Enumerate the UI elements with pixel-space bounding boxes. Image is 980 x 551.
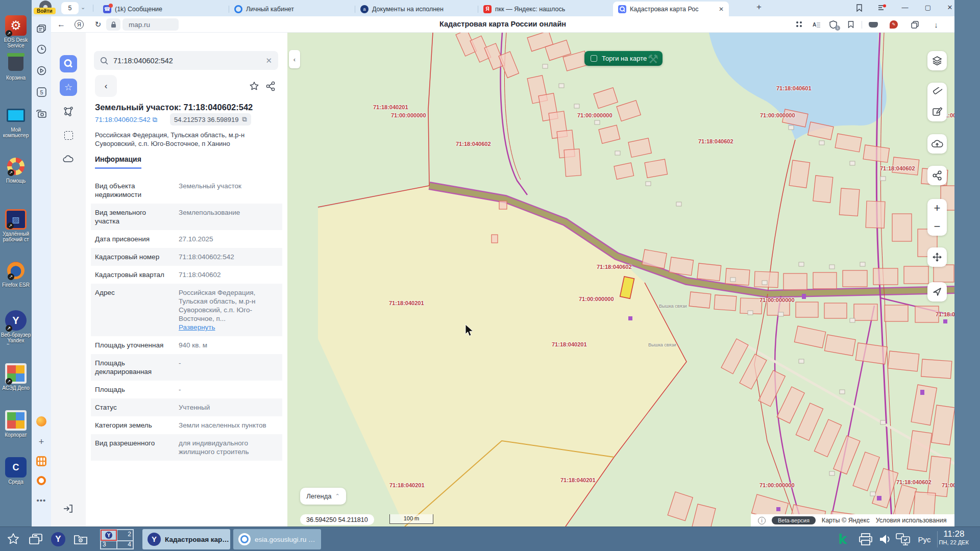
- taskbar-folder-eye-icon[interactable]: [72, 531, 89, 547]
- alice-pen-icon[interactable]: ✎: [887, 18, 900, 31]
- torgi-label: Торги на карте: [602, 55, 647, 62]
- desktop-icon-yandex-browser[interactable]: Y↗ Веб-браузер Yandex Browser: [0, 310, 32, 344]
- search-box[interactable]: ✕: [94, 51, 278, 70]
- table-row: Кадастровый квартал71:18:040602: [91, 266, 282, 284]
- copy-icon[interactable]: ⧉: [153, 116, 158, 123]
- tab-cadastral-map-active[interactable]: Кадастровая карта Рос ✕: [613, 2, 729, 16]
- tab-count-icon[interactable]: 5: [35, 86, 47, 98]
- protect-shield-icon[interactable]: 1: [827, 18, 839, 31]
- pkk-logo-icon[interactable]: [60, 55, 77, 72]
- torgi-toggle-button[interactable]: Торги на карте ⚒: [584, 51, 663, 66]
- search-input[interactable]: [113, 57, 256, 65]
- taskbar-star-icon[interactable]: [5, 531, 21, 547]
- taskbar-clock[interactable]: 11:28 ПН, 22 ДЕК: [939, 529, 969, 546]
- area-select-icon[interactable]: [60, 127, 77, 144]
- tray-devices-icon[interactable]: [894, 531, 913, 547]
- desktop-icon-korport[interactable]: Корпорат: [0, 410, 32, 438]
- tab-messages[interactable]: ☎ (1k) Сообщение: [98, 3, 229, 16]
- apps-grid-icon[interactable]: [35, 455, 47, 467]
- ruler-button[interactable]: [932, 83, 942, 102]
- desktop-icon-eos[interactable]: ⚙↗ EOS Desk Service: [0, 15, 32, 48]
- pan-mode-button[interactable]: [927, 247, 947, 267]
- tab-groups-icon[interactable]: [35, 22, 47, 35]
- add-service-icon[interactable]: +: [35, 436, 47, 448]
- history-icon[interactable]: [35, 43, 47, 55]
- cadastral-number-link[interactable]: 71:18:040602:542 ⧉: [95, 116, 157, 124]
- workspace-1-active[interactable]: Y: [101, 530, 117, 541]
- desktop-icon-sreda[interactable]: С Среда: [0, 457, 32, 485]
- tab-personal-account[interactable]: Личный кабинет: [229, 3, 355, 16]
- yandex-search-icon[interactable]: Я: [74, 18, 85, 31]
- zoom-out-button[interactable]: −: [934, 217, 941, 236]
- cloud-icon[interactable]: [60, 150, 77, 167]
- desktop-icon-remote-desktop[interactable]: ▨↗ Удалённый рабочий ст: [0, 209, 32, 242]
- refresh-icon[interactable]: ↻: [92, 18, 104, 31]
- layers-button[interactable]: [927, 51, 947, 70]
- back-icon[interactable]: ←: [55, 18, 67, 31]
- coordinates-chip[interactable]: 54.212573 36.598919⧉: [170, 113, 251, 126]
- reader-mode-icon[interactable]: A: [811, 18, 822, 31]
- zoom-in-button[interactable]: +: [934, 199, 941, 217]
- desktop-icon-ased[interactable]: ↗ АСЭД Дело: [0, 363, 32, 391]
- panel-back-button[interactable]: ‹: [95, 75, 117, 97]
- keyboard-layout-indicator[interactable]: Рус: [916, 531, 933, 547]
- desktop-icon-computer[interactable]: Мой компьютер: [0, 105, 32, 138]
- bookmark-icon[interactable]: [845, 18, 856, 31]
- taskbar-yandex-icon[interactable]: Y: [50, 531, 66, 547]
- copy-icon[interactable]: ⧉: [242, 115, 247, 123]
- clear-search-icon[interactable]: ✕: [265, 56, 272, 65]
- share-map-button[interactable]: [927, 166, 947, 185]
- share-icon[interactable]: [265, 81, 276, 91]
- workspace-2[interactable]: 2: [117, 530, 133, 541]
- collections-icon[interactable]: [794, 18, 805, 31]
- bookmark-flag-icon[interactable]: [852, 2, 866, 13]
- tray-printer-icon[interactable]: [857, 531, 874, 547]
- torgi-checkbox[interactable]: [591, 55, 597, 62]
- polygon-tool-icon[interactable]: [60, 103, 77, 120]
- screenshot-icon[interactable]: [35, 107, 47, 119]
- signin-badge[interactable]: Войти: [34, 8, 56, 14]
- tab-documents[interactable]: a Документы на исполнен: [355, 3, 478, 16]
- service-ring-icon[interactable]: [35, 474, 47, 487]
- tab-counter-chevron-icon[interactable]: ⌄: [81, 4, 85, 11]
- upload-button[interactable]: [927, 134, 947, 154]
- menu-button[interactable]: [875, 2, 889, 13]
- keyboard-panel-icon[interactable]: [867, 18, 880, 31]
- cadastral-map[interactable]: 71:18:040201 71:00:000000 71:18:040602 7…: [287, 33, 954, 527]
- tab-counter[interactable]: 5: [61, 2, 79, 14]
- tabs-panel-icon[interactable]: [909, 18, 921, 31]
- workspace-3[interactable]: 3: [101, 541, 117, 549]
- lock-icon[interactable]: [106, 18, 120, 31]
- games-icon[interactable]: [35, 415, 47, 428]
- taskbar-windows-icon[interactable]: [28, 531, 44, 547]
- tray-k-icon[interactable]: k: [835, 531, 850, 547]
- video-icon[interactable]: [35, 64, 47, 77]
- downloads-icon[interactable]: ↓: [930, 18, 942, 31]
- close-button[interactable]: ✕: [943, 2, 957, 13]
- maximize-button[interactable]: ▢: [921, 2, 935, 13]
- favorite-star-icon[interactable]: [249, 81, 259, 91]
- taskbar-window-esia[interactable]: esia.gosuslugi.ru …: [233, 529, 321, 549]
- desktop-icon-trash[interactable]: Корзина: [0, 53, 32, 81]
- address-bar[interactable]: map.ru: [122, 18, 179, 31]
- taskbar-window-cadastral[interactable]: Y Кадастровая кар…: [142, 529, 230, 549]
- minimize-button[interactable]: —: [898, 2, 912, 13]
- workspace-4[interactable]: 4: [117, 541, 133, 549]
- tab-information[interactable]: Информация: [95, 155, 141, 169]
- expand-address-link[interactable]: Развернуть: [179, 323, 215, 331]
- legend-button[interactable]: Легенда ⌃: [300, 488, 346, 505]
- tab-yandex-search[interactable]: Я пкк — Яндекс: нашлось: [478, 3, 613, 16]
- info-icon[interactable]: i: [758, 517, 766, 524]
- my-location-button[interactable]: [927, 282, 947, 302]
- more-icon[interactable]: •••: [35, 494, 47, 506]
- tab-close-icon[interactable]: ✕: [719, 6, 724, 13]
- favorites-star-button[interactable]: ☆: [60, 79, 77, 96]
- new-tab-button[interactable]: +: [756, 2, 762, 12]
- edit-button[interactable]: [932, 102, 942, 121]
- logout-icon[interactable]: [60, 500, 77, 517]
- terms-link[interactable]: Условия использования: [876, 517, 947, 524]
- desktop-icon-firefox[interactable]: ↗ Firefox ESR: [0, 260, 32, 288]
- desktop-icon-help[interactable]: ↗ Помощь: [0, 156, 32, 184]
- tray-volume-icon[interactable]: [877, 531, 893, 547]
- panel-collapse-button[interactable]: ‹: [289, 50, 300, 68]
